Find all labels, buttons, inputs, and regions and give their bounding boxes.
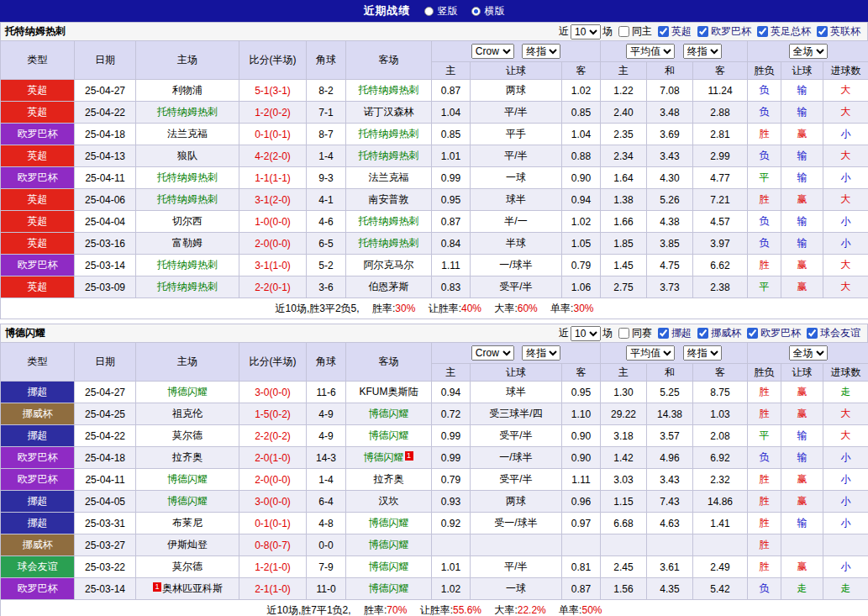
final-odds-select-2[interactable]: 终指 xyxy=(683,345,722,361)
league-checkbox-2[interactable] xyxy=(747,328,758,339)
score[interactable]: 2-0(0-0) xyxy=(239,233,307,255)
home-team[interactable]: 狼队 xyxy=(136,145,239,167)
home-team[interactable]: 伊斯灿登 xyxy=(136,534,239,556)
home-team[interactable]: 富勒姆 xyxy=(136,233,239,255)
away-team[interactable]: 博德闪耀 xyxy=(346,425,432,447)
score[interactable]: 4-2(2-0) xyxy=(239,145,307,167)
scope-select[interactable]: 全场 xyxy=(789,345,828,361)
away-team[interactable]: 法兰克福 xyxy=(346,167,432,189)
league-badge[interactable]: 英超 xyxy=(1,102,75,124)
league-badge[interactable]: 欧罗巴杯 xyxy=(1,124,75,145)
league-checkbox-3[interactable] xyxy=(817,26,828,37)
bookmaker-select[interactable]: Crow xyxy=(471,44,514,59)
final-odds-select[interactable]: 终指 xyxy=(522,345,560,361)
away-team[interactable]: 托特纳姆热刺 xyxy=(346,124,432,145)
away-team[interactable]: 托特纳姆热刺 xyxy=(346,233,432,255)
league-badge[interactable]: 英超 xyxy=(1,145,75,167)
away-team[interactable]: 博德闪耀 xyxy=(346,403,432,425)
league-badge[interactable]: 挪超 xyxy=(1,382,75,403)
away-team[interactable]: 拉齐奥 xyxy=(346,469,432,491)
away-team[interactable]: 托特纳姆热刺 xyxy=(346,80,432,102)
score[interactable]: 2-2(0-2) xyxy=(239,425,307,447)
away-team[interactable]: 诺丁汉森林 xyxy=(346,102,432,124)
vertical-layout-radio[interactable] xyxy=(424,7,434,16)
away-team[interactable]: 阿尔克马尔 xyxy=(346,255,432,276)
score[interactable]: 3-1(2-0) xyxy=(239,189,307,211)
league-badge[interactable]: 英超 xyxy=(1,211,75,233)
score[interactable]: 5-1(3-1) xyxy=(239,80,307,102)
score[interactable]: 3-0(0-0) xyxy=(239,491,307,513)
away-team[interactable]: 博德闪耀 xyxy=(346,534,432,556)
score[interactable]: 0-1(0-1) xyxy=(239,124,307,145)
score[interactable]: 3-1(1-0) xyxy=(239,255,307,276)
league-checkbox-2[interactable] xyxy=(757,26,768,37)
league-badge[interactable]: 欧罗巴杯 xyxy=(1,447,75,469)
league-checkbox-0[interactable] xyxy=(658,328,669,339)
match-count-select[interactable]: 10 xyxy=(571,24,601,39)
score[interactable]: 1-0(0-0) xyxy=(239,211,307,233)
home-team[interactable]: 莫尔德 xyxy=(136,556,239,578)
home-team[interactable]: 切尔西 xyxy=(136,211,239,233)
league-badge[interactable]: 挪超 xyxy=(1,491,75,513)
away-team[interactable]: 伯恩茅斯 xyxy=(346,276,432,298)
league-checkbox-1[interactable] xyxy=(697,26,708,37)
score[interactable]: 2-1(1-0) xyxy=(239,578,307,600)
league-badge[interactable]: 英超 xyxy=(1,189,75,211)
home-team[interactable]: 利物浦 xyxy=(136,80,239,102)
home-team[interactable]: 莫尔德 xyxy=(136,425,239,447)
away-team[interactable]: 博德闪耀 xyxy=(346,513,432,534)
bookmaker-select[interactable]: Crow xyxy=(471,345,514,361)
home-team[interactable]: 托特纳姆热刺 xyxy=(136,189,239,211)
away-team[interactable]: 托特纳姆热刺 xyxy=(346,145,432,167)
league-checkbox-1[interactable] xyxy=(697,328,708,339)
same-venue-checkbox[interactable] xyxy=(618,26,629,37)
score[interactable]: 0-1(0-1) xyxy=(239,513,307,534)
league-badge[interactable]: 欧罗巴杯 xyxy=(1,469,75,491)
score[interactable]: 2-0(0-0) xyxy=(239,469,307,491)
scope-select[interactable]: 全场 xyxy=(789,44,828,59)
score[interactable]: 0-8(0-7) xyxy=(239,534,307,556)
league-badge[interactable]: 英超 xyxy=(1,276,75,298)
league-badge[interactable]: 欧罗巴杯 xyxy=(1,167,75,189)
league-badge[interactable]: 挪超 xyxy=(1,425,75,447)
home-team[interactable]: 1奥林匹亚科斯 xyxy=(136,578,239,600)
home-team[interactable]: 博德闪耀 xyxy=(136,469,239,491)
final-odds-select[interactable]: 终指 xyxy=(522,44,560,59)
score[interactable]: 1-2(0-2) xyxy=(239,102,307,124)
horizontal-layout-radio[interactable] xyxy=(471,7,481,16)
away-team[interactable]: 南安普敦 xyxy=(346,189,432,211)
same-venue-checkbox[interactable] xyxy=(618,328,629,339)
league-badge[interactable]: 挪威杯 xyxy=(1,534,75,556)
league-badge[interactable]: 英超 xyxy=(1,233,75,255)
league-badge[interactable]: 挪超 xyxy=(1,513,75,534)
league-badge[interactable]: 欧罗巴杯 xyxy=(1,255,75,276)
match-count-select[interactable]: 10 xyxy=(571,326,601,341)
average-select[interactable]: 平均值 xyxy=(626,44,675,59)
home-team[interactable]: 托特纳姆热刺 xyxy=(136,102,239,124)
away-team[interactable]: 博德闪耀1 xyxy=(346,447,432,469)
away-team[interactable]: 博德闪耀 xyxy=(346,556,432,578)
away-team[interactable]: KFUM奥斯陆 xyxy=(346,382,432,403)
league-checkbox-3[interactable] xyxy=(807,328,818,339)
score[interactable]: 1-5(0-2) xyxy=(239,403,307,425)
league-badge[interactable]: 欧罗巴杯 xyxy=(1,578,75,600)
home-team[interactable]: 博德闪耀 xyxy=(136,382,239,403)
home-team[interactable]: 博德闪耀 xyxy=(136,491,239,513)
home-team[interactable]: 祖克伦 xyxy=(136,403,239,425)
away-team[interactable]: 托特纳姆热刺 xyxy=(346,211,432,233)
score[interactable]: 3-0(0-0) xyxy=(239,382,307,403)
away-team[interactable]: 汉坎 xyxy=(346,491,432,513)
score[interactable]: 1-1(1-1) xyxy=(239,167,307,189)
average-select[interactable]: 平均值 xyxy=(626,345,675,361)
home-team[interactable]: 托特纳姆热刺 xyxy=(136,255,239,276)
home-team[interactable]: 托特纳姆热刺 xyxy=(136,276,239,298)
home-team[interactable]: 托特纳姆热刺 xyxy=(136,167,239,189)
league-badge[interactable]: 挪威杯 xyxy=(1,403,75,425)
league-badge[interactable]: 球会友谊 xyxy=(1,556,75,578)
home-team[interactable]: 拉齐奥 xyxy=(136,447,239,469)
league-badge[interactable]: 英超 xyxy=(1,80,75,102)
league-checkbox-0[interactable] xyxy=(658,26,669,37)
away-team[interactable]: 博德闪耀 xyxy=(346,578,432,600)
score[interactable]: 2-0(1-0) xyxy=(239,447,307,469)
home-team[interactable]: 布莱尼 xyxy=(136,513,239,534)
